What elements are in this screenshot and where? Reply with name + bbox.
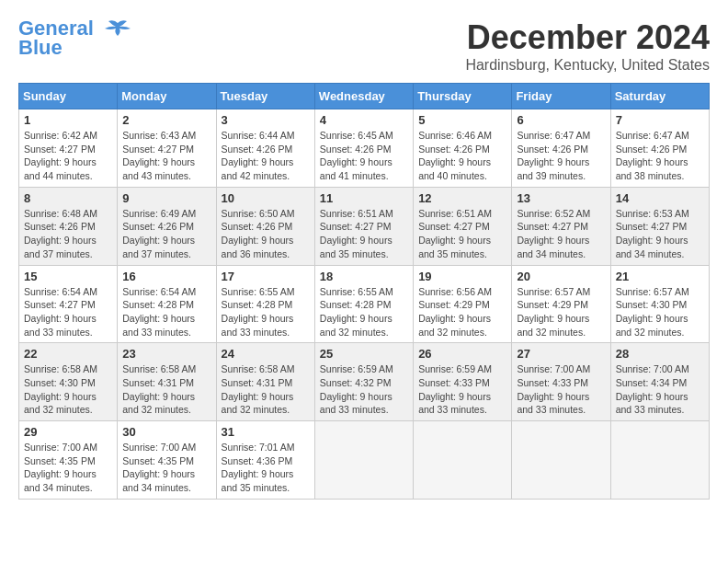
daylight-label: Daylight: 9 hours and 37 minutes. — [122, 235, 195, 259]
sunset-label: Sunset: 4:31 PM — [122, 377, 194, 388]
sunset-label: Sunset: 4:28 PM — [222, 299, 293, 310]
daylight-label: Daylight: 9 hours and 41 minutes. — [320, 156, 392, 181]
sunset-label: Sunset: 4:28 PM — [320, 299, 392, 310]
page-header: General Blue December 2024 Hardinsburg, … — [18, 18, 710, 74]
day-cell: 12 Sunrise: 6:51 AM Sunset: 4:27 PM Dayl… — [414, 187, 512, 265]
day-number: 8 — [24, 191, 112, 205]
sunrise-label: Sunrise: 6:59 AM — [320, 363, 393, 374]
calendar-header-row: SundayMondayTuesdayWednesdayThursdayFrid… — [19, 84, 710, 109]
day-number: 18 — [320, 270, 408, 283]
daylight-label: Daylight: 9 hours and 35 minutes. — [222, 468, 294, 493]
day-number: 19 — [418, 270, 506, 283]
day-info: Sunrise: 6:51 AM Sunset: 4:27 PM Dayligh… — [418, 207, 506, 261]
sunrise-label: Sunrise: 7:01 AM — [222, 442, 295, 453]
day-info: Sunrise: 6:43 AM Sunset: 4:27 PM Dayligh… — [122, 129, 210, 183]
sunrise-label: Sunrise: 6:45 AM — [320, 130, 393, 141]
daylight-label: Daylight: 9 hours and 42 minutes. — [222, 156, 294, 181]
weekday-header: Wednesday — [314, 84, 413, 109]
day-number: 25 — [320, 347, 408, 361]
day-cell: 23 Sunrise: 6:58 AM Sunset: 4:31 PM Dayl… — [118, 343, 216, 421]
sunset-label: Sunset: 4:26 PM — [222, 144, 293, 155]
day-info: Sunrise: 6:49 AM Sunset: 4:26 PM Dayligh… — [122, 207, 210, 261]
sunset-label: Sunset: 4:29 PM — [517, 299, 588, 310]
weekday-header: Tuesday — [216, 84, 314, 109]
day-info: Sunrise: 6:47 AM Sunset: 4:26 PM Dayligh… — [616, 129, 704, 183]
sunset-label: Sunset: 4:27 PM — [517, 221, 588, 232]
calendar-week-row: 15 Sunrise: 6:54 AM Sunset: 4:27 PM Dayl… — [19, 265, 710, 343]
logo-blue-text: Blue — [18, 36, 63, 60]
sunrise-label: Sunrise: 6:42 AM — [24, 130, 97, 141]
day-cell: 10 Sunrise: 6:50 AM Sunset: 4:26 PM Dayl… — [216, 187, 314, 265]
day-cell: 30 Sunrise: 7:00 AM Sunset: 4:35 PM Dayl… — [118, 421, 216, 500]
day-info: Sunrise: 6:58 AM Sunset: 4:31 PM Dayligh… — [222, 362, 310, 417]
sunrise-label: Sunrise: 6:58 AM — [122, 363, 196, 374]
day-cell: 3 Sunrise: 6:44 AM Sunset: 4:26 PM Dayli… — [216, 109, 314, 188]
sunset-label: Sunset: 4:30 PM — [24, 377, 96, 388]
day-info: Sunrise: 6:56 AM Sunset: 4:29 PM Dayligh… — [418, 285, 506, 339]
calendar-subtitle: Hardinsburg, Kentucky, United States — [465, 57, 710, 74]
day-cell: 11 Sunrise: 6:51 AM Sunset: 4:27 PM Dayl… — [314, 187, 413, 265]
day-info: Sunrise: 6:59 AM Sunset: 4:32 PM Dayligh… — [320, 362, 408, 417]
day-number: 23 — [122, 347, 210, 361]
sunset-label: Sunset: 4:35 PM — [24, 455, 96, 466]
daylight-label: Daylight: 9 hours and 37 minutes. — [24, 235, 97, 259]
sunset-label: Sunset: 4:36 PM — [222, 455, 293, 466]
day-info: Sunrise: 7:00 AM Sunset: 4:34 PM Dayligh… — [616, 362, 704, 417]
day-number: 27 — [517, 347, 605, 361]
day-info: Sunrise: 6:54 AM Sunset: 4:27 PM Dayligh… — [24, 285, 112, 339]
weekday-header: Monday — [118, 84, 216, 109]
day-info: Sunrise: 6:55 AM Sunset: 4:28 PM Dayligh… — [320, 285, 408, 339]
empty-day-cell — [314, 421, 413, 500]
sunrise-label: Sunrise: 6:52 AM — [517, 208, 590, 219]
daylight-label: Daylight: 9 hours and 32 minutes. — [122, 391, 195, 416]
day-cell: 20 Sunrise: 6:57 AM Sunset: 4:29 PM Dayl… — [512, 265, 610, 343]
sunset-label: Sunset: 4:26 PM — [517, 144, 588, 155]
day-info: Sunrise: 6:53 AM Sunset: 4:27 PM Dayligh… — [616, 207, 704, 261]
calendar-title: December 2024 — [465, 18, 710, 57]
day-info: Sunrise: 6:55 AM Sunset: 4:28 PM Dayligh… — [222, 285, 310, 339]
sunrise-label: Sunrise: 6:51 AM — [418, 208, 492, 219]
daylight-label: Daylight: 9 hours and 32 minutes. — [616, 313, 688, 338]
day-info: Sunrise: 7:00 AM Sunset: 4:33 PM Dayligh… — [517, 362, 605, 417]
daylight-label: Daylight: 9 hours and 36 minutes. — [222, 235, 294, 259]
sunset-label: Sunset: 4:27 PM — [24, 144, 96, 155]
daylight-label: Daylight: 9 hours and 34 minutes. — [616, 235, 688, 259]
day-cell: 17 Sunrise: 6:55 AM Sunset: 4:28 PM Dayl… — [216, 265, 314, 343]
daylight-label: Daylight: 9 hours and 40 minutes. — [418, 156, 491, 181]
sunrise-label: Sunrise: 7:00 AM — [616, 363, 689, 374]
daylight-label: Daylight: 9 hours and 35 minutes. — [418, 235, 491, 259]
daylight-label: Daylight: 9 hours and 38 minutes. — [616, 156, 688, 181]
day-cell: 29 Sunrise: 7:00 AM Sunset: 4:35 PM Dayl… — [19, 421, 118, 500]
day-cell: 19 Sunrise: 6:56 AM Sunset: 4:29 PM Dayl… — [414, 265, 512, 343]
calendar-week-row: 29 Sunrise: 7:00 AM Sunset: 4:35 PM Dayl… — [19, 421, 710, 500]
day-number: 6 — [517, 113, 605, 127]
logo: General Blue — [18, 18, 132, 60]
day-number: 14 — [616, 191, 704, 205]
sunset-label: Sunset: 4:34 PM — [616, 377, 688, 388]
calendar-week-row: 8 Sunrise: 6:48 AM Sunset: 4:26 PM Dayli… — [19, 187, 710, 265]
day-cell: 7 Sunrise: 6:47 AM Sunset: 4:26 PM Dayli… — [610, 109, 709, 188]
day-cell: 8 Sunrise: 6:48 AM Sunset: 4:26 PM Dayli… — [19, 187, 118, 265]
day-number: 20 — [517, 270, 605, 283]
daylight-label: Daylight: 9 hours and 34 minutes. — [517, 235, 589, 259]
day-info: Sunrise: 7:00 AM Sunset: 4:35 PM Dayligh… — [24, 441, 112, 495]
sunrise-label: Sunrise: 7:00 AM — [24, 442, 97, 453]
daylight-label: Daylight: 9 hours and 33 minutes. — [517, 391, 589, 416]
daylight-label: Daylight: 9 hours and 33 minutes. — [418, 391, 491, 416]
sunrise-label: Sunrise: 6:57 AM — [517, 286, 590, 297]
sunrise-label: Sunrise: 7:00 AM — [122, 442, 196, 453]
empty-day-cell — [610, 421, 709, 500]
day-number: 7 — [616, 113, 704, 127]
day-number: 5 — [418, 113, 506, 127]
day-number: 22 — [24, 347, 112, 361]
weekday-header: Saturday — [610, 84, 709, 109]
day-info: Sunrise: 6:50 AM Sunset: 4:26 PM Dayligh… — [222, 207, 310, 261]
day-number: 2 — [122, 113, 210, 127]
daylight-label: Daylight: 9 hours and 32 minutes. — [418, 313, 491, 338]
daylight-label: Daylight: 9 hours and 34 minutes. — [122, 468, 195, 493]
sunrise-label: Sunrise: 6:43 AM — [122, 130, 196, 141]
sunrise-label: Sunrise: 6:50 AM — [222, 208, 295, 219]
day-info: Sunrise: 7:00 AM Sunset: 4:35 PM Dayligh… — [122, 441, 210, 495]
day-info: Sunrise: 6:58 AM Sunset: 4:30 PM Dayligh… — [24, 362, 112, 417]
sunset-label: Sunset: 4:32 PM — [320, 377, 392, 388]
